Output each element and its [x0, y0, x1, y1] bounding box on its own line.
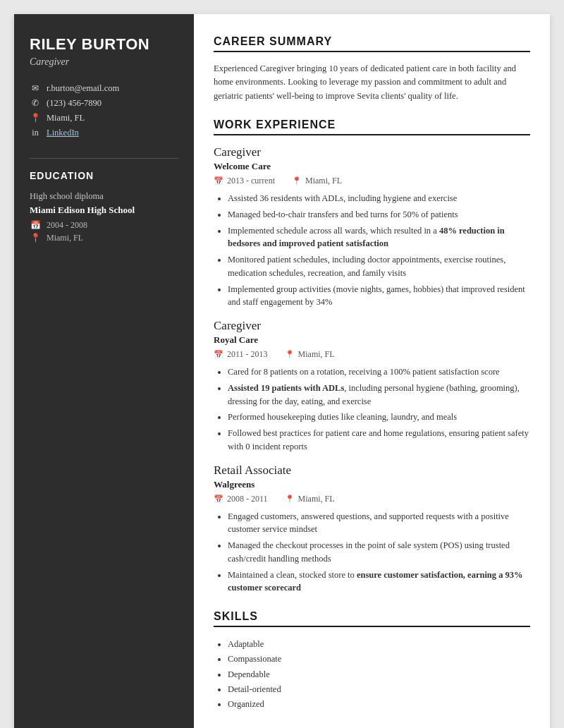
- edu-school: Miami Edison High School: [30, 205, 178, 216]
- location-icon: 📍: [30, 113, 41, 123]
- job-location-2: 📍 Miami, FL: [285, 349, 335, 360]
- work-experience-title: WORK EXPERIENCE: [214, 119, 530, 135]
- linkedin-item[interactable]: in LinkedIn: [30, 128, 178, 138]
- job-meta-2: 📅 2011 - 2013 📍 Miami, FL: [214, 349, 530, 360]
- phone-value: (123) 456-7890: [47, 98, 102, 109]
- job-title-1: Caregiver: [214, 145, 530, 159]
- edu-years: 📅 2004 - 2008: [30, 220, 178, 231]
- skill-2: Compassionate: [228, 652, 530, 667]
- location-icon-3: 📍: [285, 495, 295, 504]
- job-years-2: 📅 2011 - 2013: [214, 349, 268, 360]
- location-item: 📍 Miami, FL: [30, 113, 178, 123]
- job-bullets-1: Assisted 36 residents with ADLs, includi…: [214, 192, 530, 309]
- skill-1: Adaptable: [228, 637, 530, 652]
- bullet-1-1: Assisted 36 residents with ADLs, includi…: [228, 192, 530, 205]
- phone-item: ✆ (123) 456-7890: [30, 98, 178, 109]
- candidate-title: Caregiver: [30, 56, 178, 68]
- job-company-1: Welcome Care: [214, 161, 530, 172]
- bullet-3-3: Maintained a clean, stocked store to ens…: [228, 569, 530, 595]
- resume-container: RILEY BURTON Caregiver ✉ r.burton@email.…: [14, 14, 550, 728]
- skill-4: Detail-oriented: [228, 682, 530, 697]
- job-years-3: 📅 2008 - 2011: [214, 494, 268, 504]
- job-entry-1: Caregiver Welcome Care 📅 2013 - current …: [214, 145, 530, 309]
- email-item: ✉ r.burton@email.com: [30, 83, 178, 94]
- linkedin-icon: in: [30, 128, 41, 138]
- job-meta-3: 📅 2008 - 2011 📍 Miami, FL: [214, 494, 530, 504]
- job-company-3: Walgreens: [214, 479, 530, 490]
- calendar-icon-2: 📅: [214, 350, 223, 359]
- skill-3: Dependable: [228, 667, 530, 682]
- edu-location: 📍 Miami, FL: [30, 233, 178, 243]
- bullet-1-3: Implemented schedule across all wards, w…: [228, 224, 530, 251]
- job-years-1: 📅 2013 - current: [214, 176, 275, 186]
- calendar-icon-1: 📅: [214, 176, 223, 186]
- career-summary-title: CAREER SUMMARY: [214, 35, 530, 52]
- location-edu-icon: 📍: [30, 233, 41, 243]
- education-section-title: EDUCATION: [30, 170, 178, 181]
- job-bullets-3: Engaged customers, answered questions, a…: [214, 510, 530, 595]
- location-icon-1: 📍: [292, 176, 302, 186]
- edu-degree: High school diploma: [30, 191, 178, 202]
- skills-title: SKILLS: [214, 610, 530, 627]
- linkedin-link[interactable]: LinkedIn: [47, 128, 79, 138]
- bullet-3-2: Managed the checkout processes in the po…: [228, 539, 530, 566]
- calendar-icon: 📅: [30, 220, 41, 231]
- email-icon: ✉: [30, 83, 41, 94]
- skills-list: Adaptable Compassionate Dependable Detai…: [214, 637, 530, 712]
- job-title-3: Retail Associate: [214, 463, 530, 478]
- bullet-3-1: Engaged customers, answered questions, a…: [228, 510, 530, 537]
- candidate-name: RILEY BURTON: [30, 35, 178, 54]
- job-entry-3: Retail Associate Walgreens 📅 2008 - 2011…: [214, 463, 530, 595]
- career-summary-text: Experienced Caregiver bringing 10 years …: [214, 62, 530, 103]
- job-location-3: 📍 Miami, FL: [285, 494, 335, 504]
- location-value: Miami, FL: [47, 113, 85, 123]
- bullet-2-1: Cared for 8 patients on a rotation, rece…: [228, 365, 530, 379]
- bullet-2-3: Performed housekeeping duties like clean…: [228, 411, 530, 424]
- job-location-1: 📍 Miami, FL: [292, 176, 342, 186]
- email-value: r.burton@email.com: [47, 83, 119, 94]
- bullet-2-2: Assisted 19 patients with ADLs, includin…: [228, 382, 530, 408]
- phone-icon: ✆: [30, 98, 41, 109]
- skill-5: Organized: [228, 697, 530, 712]
- job-entry-2: Caregiver Royal Care 📅 2011 - 2013 📍 Mia…: [214, 319, 530, 454]
- bullet-2-4: Followed best practices for patient care…: [228, 427, 530, 454]
- bullet-1-4: Monitored patient schedules, including d…: [228, 253, 530, 280]
- job-company-2: Royal Care: [214, 334, 530, 346]
- job-bullets-2: Cared for 8 patients on a rotation, rece…: [214, 365, 530, 454]
- job-title-2: Caregiver: [214, 319, 530, 333]
- job-meta-1: 📅 2013 - current 📍 Miami, FL: [214, 176, 530, 186]
- contact-section: ✉ r.burton@email.com ✆ (123) 456-7890 📍 …: [30, 83, 178, 138]
- sidebar-divider: [30, 158, 178, 159]
- calendar-icon-3: 📅: [214, 495, 223, 504]
- bullet-1-2: Managed bed-to-chair transfers and bed t…: [228, 208, 530, 222]
- location-icon-2: 📍: [285, 350, 295, 359]
- bullet-1-5: Implemented group activities (movie nigh…: [228, 283, 530, 310]
- sidebar: RILEY BURTON Caregiver ✉ r.burton@email.…: [14, 14, 194, 728]
- main-content: CAREER SUMMARY Experienced Caregiver bri…: [194, 14, 550, 728]
